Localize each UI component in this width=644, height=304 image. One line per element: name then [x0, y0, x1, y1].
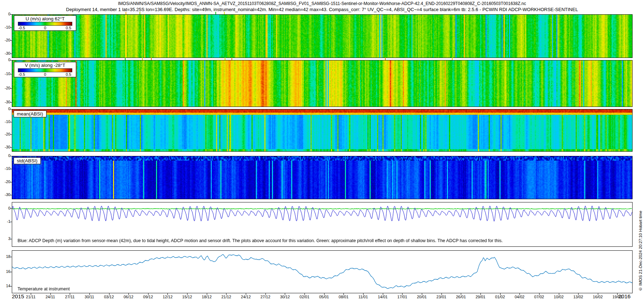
y-tick-label: -20: [0, 132, 10, 136]
figure-subtitle: Deployment 14, member 1 lat=35.25S lon=1…: [0, 7, 644, 12]
std-absi-label: std(ABSI): [14, 157, 41, 164]
panel-mean-absi: mean(ABSI): [12, 109, 633, 152]
y-tick-mark: [10, 14, 12, 15]
x-tick-label: 21/11: [23, 295, 39, 299]
qc-flag-mark: [452, 58, 453, 60]
x-tick-label: 03/12: [101, 295, 117, 299]
colorbar-tick: 0: [44, 26, 46, 30]
temperature-label: Temperature at instrument: [18, 286, 70, 291]
y-tick-mark: [10, 257, 12, 257]
y-tick-mark: [10, 156, 12, 156]
x-tick-label: 15/12: [179, 295, 195, 299]
y-tick-mark: [10, 286, 12, 286]
qc-flag-mark: [385, 58, 386, 60]
colorbar-tick: 0: [44, 72, 46, 77]
x-axis-year-start: 2015: [12, 293, 24, 300]
x-tick-label: 26/01: [453, 295, 469, 299]
x-tick-label: 16/02: [590, 295, 606, 299]
x-tick-label: 24/12: [238, 295, 254, 299]
panel-temperature: Temperature at instrument: [12, 250, 633, 293]
qc-flag-mark: [126, 12, 126, 14]
y-tick-mark: [10, 239, 12, 239]
x-tick-label: 29/01: [473, 295, 488, 299]
x-tick-label: 01/02: [492, 295, 508, 299]
y-tick-label: -10: [0, 25, 10, 29]
y-tick-mark: [10, 28, 12, 28]
v-velocity-heatmap: [12, 60, 632, 107]
y-tick-mark: [10, 195, 12, 195]
y-tick-label: 0: [0, 206, 10, 210]
x-tick-label: 08/01: [336, 295, 351, 299]
v-colorbar-legend: V (m/s) along -28°T -0.5 0 0.5: [14, 62, 76, 77]
x-tick-label: 13/02: [570, 295, 586, 299]
y-tick-label: -10: [0, 72, 10, 76]
qc-flag-mark: [225, 58, 225, 60]
y-tick-mark: [10, 182, 12, 182]
colorbar-tick: 0.5: [66, 26, 71, 30]
u-colorbar-ticks: -0.5 0 0.5: [14, 26, 76, 30]
x-tick-label: 17/01: [394, 295, 410, 299]
y-tick-label: -20: [0, 86, 10, 90]
panel-u-velocity: U (m/s) along 62°T -0.5 0 0.5: [12, 14, 633, 58]
qc-flag-mark: [215, 12, 216, 14]
y-tick-label: -10: [0, 119, 10, 124]
y-tick-label: -30: [0, 192, 10, 197]
x-tick-label: 30/11: [82, 295, 97, 299]
y-tick-label: 3: [0, 236, 10, 241]
y-tick-label: -30: [0, 145, 10, 149]
y-tick-label: 18: [0, 254, 10, 259]
y-tick-label: -10: [0, 166, 10, 171]
x-tick-label: 23/01: [434, 295, 449, 299]
x-tick-label: 12/12: [160, 295, 175, 299]
mean-absi-heatmap: [12, 109, 632, 151]
x-tick-label: 10/02: [551, 295, 567, 299]
y-tick-mark: [10, 88, 12, 89]
x-tick-label: 05/01: [316, 295, 332, 299]
imos-watermark: © IMOS 21-Dec-2024 20:27:10 Hobart time: [638, 175, 643, 291]
v-colorbar-ticks: -0.5 0 0.5: [14, 72, 76, 77]
y-tick-label: 0: [0, 12, 10, 16]
x-tick-label: 02/01: [297, 295, 312, 299]
v-legend-title: V (m/s) along -28°T: [14, 62, 76, 68]
x-tick-label: 07/02: [531, 295, 547, 299]
y-tick-label: -1: [0, 219, 10, 224]
x-tick-label: 27/11: [62, 295, 78, 299]
depth-variation-note: Blue: ADCP Depth (m) variation from sens…: [18, 238, 503, 243]
y-tick-label: -20: [0, 180, 10, 184]
x-tick-label: 11/01: [355, 295, 371, 299]
y-tick-mark: [10, 272, 12, 272]
y-tick-mark: [10, 222, 12, 222]
y-tick-label: 0: [0, 153, 10, 158]
y-tick-label: -30: [0, 51, 10, 55]
u-colorbar-legend: U (m/s) along 62°T -0.5 0 0.5: [14, 15, 76, 31]
u-velocity-heatmap: [12, 15, 632, 58]
v-colorbar: [18, 68, 72, 72]
colorbar-tick: -0.5: [18, 72, 25, 77]
colorbar-tick: -0.5: [18, 26, 25, 30]
u-colorbar: [18, 22, 72, 26]
y-tick-mark: [10, 102, 12, 103]
y-tick-mark: [10, 169, 12, 169]
y-tick-mark: [10, 109, 12, 109]
x-tick-label: 04/02: [512, 295, 527, 299]
y-tick-mark: [10, 74, 12, 74]
y-tick-mark: [10, 54, 12, 54]
x-tick-label: 24/11: [43, 295, 58, 299]
x-tick-label: 27/12: [258, 295, 273, 299]
panel-std-absi: std(ABSI): [12, 156, 633, 199]
y-tick-label: -20: [0, 38, 10, 42]
y-tick-mark: [10, 122, 12, 122]
y-tick-mark: [10, 134, 12, 135]
colorbar-tick: 0.5: [66, 72, 71, 77]
qc-flag-mark: [151, 58, 152, 60]
y-tick-mark: [10, 40, 12, 41]
y-tick-label: 0: [0, 58, 10, 62]
x-tick-label: 19/02: [609, 295, 625, 299]
y-tick-mark: [10, 209, 12, 209]
qc-flag-mark: [231, 58, 232, 60]
x-tick-label: 06/12: [121, 295, 136, 299]
qc-flag-mark: [224, 12, 225, 14]
y-tick-label: -30: [0, 100, 10, 104]
x-tick-label: 20/01: [414, 295, 430, 299]
adcp-figure: IMOS/ANMN/SA/SAM8SG/Velocity/IMOS_ANMN-S…: [0, 0, 644, 304]
